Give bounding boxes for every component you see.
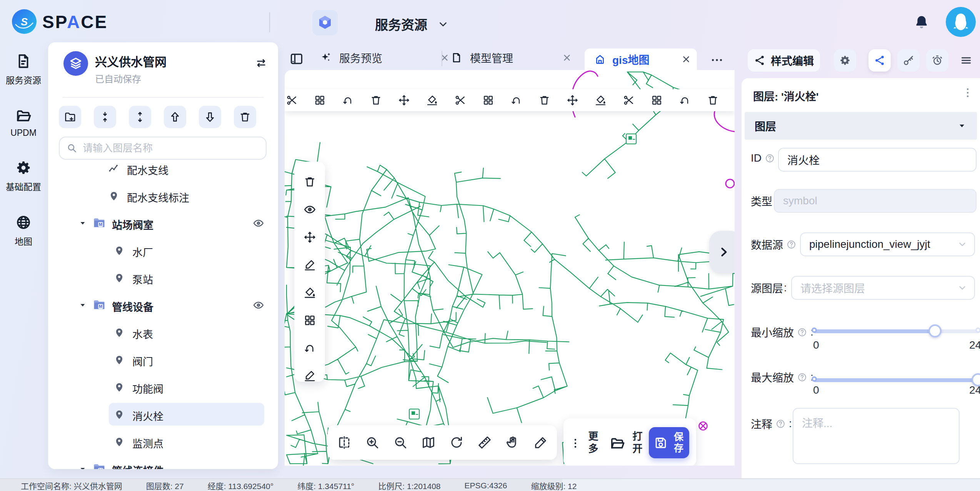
caret-down-icon[interactable] (78, 464, 87, 469)
trash-icon[interactable] (370, 94, 382, 106)
swap-layers-button[interactable] (255, 57, 267, 69)
move-icon[interactable] (567, 94, 578, 106)
tree-item[interactable]: 阀门 (48, 346, 278, 373)
flip-icon[interactable] (337, 435, 352, 450)
tab-label: 模型管理 (470, 50, 513, 65)
help-icon[interactable] (775, 419, 786, 429)
tab-model-management[interactable]: 模型管理 (450, 50, 572, 65)
settings-button[interactable] (834, 49, 856, 72)
trash-icon[interactable] (303, 175, 316, 188)
tree-item[interactable]: 配水支线 (48, 155, 278, 182)
layer-search-input[interactable] (82, 142, 249, 155)
help-icon[interactable] (797, 327, 807, 337)
menu-button[interactable] (955, 49, 977, 72)
rotate-icon[interactable] (342, 94, 354, 106)
datasource-select[interactable]: pipelinejunction_view_jyjt (800, 232, 975, 256)
scissors-icon[interactable] (454, 94, 466, 106)
scissors-icon[interactable] (623, 94, 635, 106)
grid-icon[interactable] (651, 94, 663, 106)
rotate-icon[interactable] (510, 94, 522, 106)
grid-icon[interactable] (482, 94, 494, 106)
edit-line-icon[interactable] (303, 369, 316, 382)
caret-down-icon[interactable] (78, 219, 87, 228)
min-zoom-handle[interactable] (928, 324, 942, 337)
trash-icon[interactable] (538, 94, 550, 106)
tree-item[interactable]: 功能阀 (48, 373, 278, 401)
sidebar-item-updm[interactable]: UPDM (0, 108, 47, 138)
rotate-icon[interactable] (303, 342, 316, 354)
open-button[interactable]: 打开 (610, 431, 644, 456)
layer-options-button[interactable] (962, 87, 974, 99)
grid-icon[interactable] (303, 314, 316, 327)
collapse-panel-handle[interactable] (709, 231, 735, 273)
fill-icon[interactable] (303, 286, 316, 299)
move-icon[interactable] (398, 94, 410, 106)
note-textarea[interactable] (793, 408, 960, 464)
tree-item-selected[interactable]: 消火栓 (48, 401, 278, 428)
tree-group-label: 管线设备 (112, 299, 153, 314)
save-button[interactable]: 保存 (649, 427, 689, 458)
delete-layer-button[interactable] (234, 106, 256, 128)
min-zoom-slider[interactable] (813, 329, 980, 333)
timer-button[interactable] (926, 49, 948, 72)
style-edit-button[interactable]: 样式编辑 (748, 49, 820, 72)
tree-item[interactable]: 泵站 (48, 264, 278, 291)
scissors-icon[interactable] (286, 94, 298, 106)
move-down-button[interactable] (199, 106, 221, 128)
help-icon[interactable] (786, 239, 797, 250)
layer-section-header[interactable]: 图层 (745, 112, 977, 140)
eye-icon[interactable] (253, 217, 264, 229)
trash-icon[interactable] (707, 94, 719, 106)
tab-service-preview[interactable]: 服务预览 (319, 50, 450, 65)
max-zoom-slider[interactable] (813, 378, 980, 382)
sidebar-item-service-resources[interactable]: 服务资源 (0, 53, 47, 86)
tree-group[interactable]: 管线连接件 (48, 455, 278, 469)
more-actions-button[interactable]: 更多 (569, 431, 600, 456)
edit-line-icon[interactable] (303, 259, 316, 271)
tree-item[interactable]: 监测点 (48, 428, 278, 455)
app-logo[interactable]: S (12, 9, 37, 36)
type-input[interactable] (774, 189, 977, 213)
eye-icon[interactable] (303, 203, 316, 216)
share-button[interactable] (868, 49, 891, 72)
move-up-button[interactable] (164, 106, 186, 128)
more-tabs-button[interactable] (710, 53, 724, 67)
ruler-icon[interactable] (477, 435, 492, 450)
expand-all-button[interactable] (129, 106, 151, 128)
zoom-in-icon[interactable] (365, 435, 380, 450)
fill-icon[interactable] (426, 94, 438, 106)
tree-item[interactable]: 配水支线标注 (48, 182, 278, 209)
tree-item[interactable]: 水厂 (48, 237, 278, 264)
tree-group[interactable]: 站场阀室 (48, 209, 278, 237)
app-window: M S SPACE (0, 0, 980, 491)
key-button[interactable] (897, 49, 920, 72)
module-switcher[interactable]: 服务资源 (375, 15, 449, 33)
help-icon[interactable] (765, 153, 775, 164)
source-layer-select[interactable]: 请选择源图层 (791, 276, 975, 300)
refresh-icon[interactable] (449, 435, 464, 450)
id-input[interactable] (778, 148, 977, 172)
tab-gis-map[interactable]: gis地图 (585, 48, 697, 70)
eye-icon[interactable] (253, 299, 264, 311)
fill-icon[interactable] (595, 94, 607, 106)
map-icon[interactable] (421, 435, 436, 450)
pencil-icon[interactable] (533, 435, 548, 450)
rotate-icon[interactable] (679, 94, 691, 106)
close-icon[interactable] (681, 54, 692, 65)
help-icon[interactable] (797, 372, 807, 382)
sidebar-item-map[interactable]: 地图 (0, 214, 47, 247)
zoom-out-icon[interactable] (393, 435, 408, 450)
close-icon[interactable] (562, 52, 572, 63)
hand-icon[interactable] (505, 435, 520, 450)
close-icon[interactable] (439, 52, 450, 63)
tree-group[interactable]: 管线设备 (48, 291, 278, 319)
sidebar-item-base-config[interactable]: 基础配置 (0, 160, 47, 193)
new-group-button[interactable] (59, 106, 81, 128)
caret-down-icon[interactable] (78, 301, 87, 310)
toggle-panel-button[interactable] (289, 52, 304, 66)
collapse-all-button[interactable] (94, 106, 116, 128)
map-canvas[interactable] (285, 70, 735, 466)
grid-icon[interactable] (314, 94, 326, 106)
tree-item[interactable]: 水表 (48, 319, 278, 346)
move-icon[interactable] (303, 231, 316, 244)
